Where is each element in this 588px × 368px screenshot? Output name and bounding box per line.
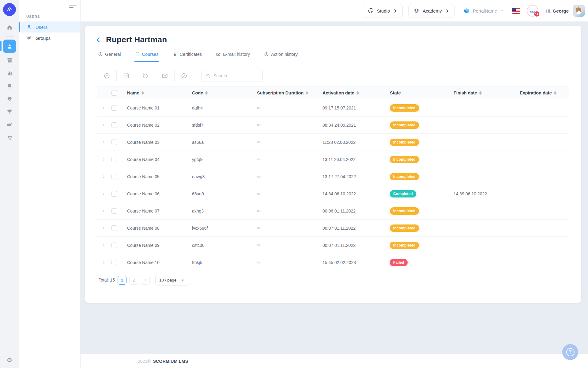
sidebar-item-users[interactable]: Users [19, 21, 80, 33]
course-code-cell: ivcx586f [189, 226, 254, 231]
row-checkbox[interactable] [111, 157, 117, 162]
column-header[interactable]: Code [189, 90, 254, 95]
send-email-icon[interactable] [155, 69, 174, 82]
state-cell: Incompleted [386, 139, 450, 146]
state-cell: Incompleted [386, 156, 450, 163]
reports-chart-icon[interactable] [3, 67, 16, 79]
chat-icon[interactable]: 14 [527, 5, 538, 17]
subscription-duration-cell: ∞ [254, 225, 319, 231]
activation-date-cell: 13:17 27.04.2022 [319, 174, 386, 179]
sort-arrows-icon[interactable] [554, 91, 556, 95]
sort-arrows-icon[interactable] [205, 91, 208, 95]
state-cell: Incompleted [386, 207, 450, 215]
activation-date-cell: 08:34 24.09.2021 [319, 123, 386, 128]
page-button-1[interactable]: 1 [118, 276, 126, 285]
shop-cart-icon[interactable] [3, 131, 16, 144]
subscription-duration-cell: ∞ [254, 174, 319, 180]
row-checkbox[interactable] [111, 243, 117, 248]
row-checkbox[interactable] [111, 191, 117, 197]
certificates-card-icon[interactable] [3, 118, 16, 131]
expand-row-icon[interactable] [97, 140, 110, 144]
mark-complete-icon[interactable] [175, 69, 194, 82]
expand-row-icon[interactable] [97, 243, 110, 247]
page-size-select[interactable]: 10 / page [155, 275, 189, 286]
state-cell: Completed [386, 190, 450, 197]
tab-general[interactable]: General [97, 49, 122, 62]
sort-arrows-icon[interactable] [141, 91, 144, 95]
achievements-trophy-icon[interactable] [3, 105, 16, 118]
calendar-icon-button[interactable] [117, 69, 136, 82]
row-checkbox[interactable] [111, 140, 117, 145]
expand-row-icon[interactable] [97, 192, 110, 196]
help-button[interactable]: ? [562, 344, 578, 360]
search-icon [205, 73, 211, 79]
column-header[interactable]: Finish date [450, 90, 516, 95]
sidebar-item-label: Users [36, 25, 47, 30]
status-badge: Incompleted [390, 156, 419, 163]
course-code-cell: dgfh4 [189, 105, 254, 110]
rail-divider [5, 36, 14, 36]
course-code-cell: cstc06 [189, 243, 254, 248]
expand-row-icon[interactable] [97, 123, 110, 127]
sort-arrows-icon[interactable] [306, 91, 308, 95]
course-code-cell: oawg3 [189, 174, 254, 179]
tab-certificates[interactable]: Certificates [172, 49, 203, 62]
sidebar-item-groups[interactable]: Groups [19, 33, 80, 44]
row-checkbox[interactable] [111, 260, 117, 265]
hamburger-menu-icon[interactable] [69, 4, 77, 8]
sort-arrows-icon[interactable] [356, 91, 359, 95]
next-page-button[interactable] [141, 276, 150, 285]
search-input[interactable] [213, 73, 259, 78]
column-header[interactable]: Subscription Duration [254, 90, 319, 95]
users-section-icon[interactable] [3, 40, 16, 53]
expand-row-icon[interactable] [97, 226, 110, 230]
calendar-icon [135, 52, 140, 57]
table-body: Course Name 01dgfh4∞09:17 15.07.2021Inco… [97, 99, 569, 271]
avatar[interactable] [573, 5, 585, 17]
tab-courses[interactable]: Courses [134, 49, 159, 62]
reset-attempts-icon[interactable] [136, 69, 155, 82]
portal-selector[interactable]: PortalName [463, 7, 504, 14]
select-all-checkbox[interactable] [111, 90, 117, 96]
subscription-duration-cell: ∞ [254, 156, 319, 163]
row-checkbox[interactable] [111, 208, 117, 214]
column-header[interactable]: Expiration date [516, 90, 569, 95]
deactivate-icon[interactable] [97, 69, 116, 82]
question-mark-icon: ? [566, 348, 575, 356]
language-flag-icon[interactable] [512, 8, 520, 14]
activation-date-cell: 15:45 02.02.2023 [319, 260, 386, 265]
row-checkbox[interactable] [111, 122, 117, 128]
app-logo-icon[interactable] [3, 3, 16, 16]
sort-arrows-icon[interactable] [479, 91, 482, 95]
column-header[interactable]: Activation date [319, 90, 386, 95]
chevron-right-icon [445, 9, 450, 13]
courses-table: NameCodeSubscription DurationActivation … [85, 86, 581, 289]
row-checkbox[interactable] [111, 174, 117, 179]
tab-action-history[interactable]: Action history [263, 49, 298, 62]
academy-cap-icon[interactable] [3, 93, 16, 105]
notifications-bell-icon[interactable] [3, 80, 16, 92]
row-checkbox[interactable] [111, 105, 117, 111]
expand-row-icon[interactable] [97, 209, 110, 213]
studio-button[interactable]: Studio [363, 4, 403, 17]
expand-row-icon[interactable] [97, 106, 110, 110]
history-clock-icon [264, 52, 269, 57]
expand-row-icon[interactable] [97, 174, 110, 179]
back-button[interactable] [95, 36, 102, 43]
home-icon[interactable] [3, 21, 16, 33]
table-row: Course Name 03as56a∞11:28 02.03.2022Inco… [97, 134, 569, 151]
finish-date-cell: 14:39 06.10.2022 [450, 191, 516, 196]
content-archive-icon[interactable] [3, 54, 16, 66]
page-button-2[interactable]: 2 [129, 276, 138, 285]
table-row: Course Name 05oawg3∞13:17 27.04.2022Inco… [97, 168, 569, 185]
subscription-duration-cell: ∞ [254, 191, 319, 197]
settings-gear-icon[interactable]: ⚙ [7, 356, 12, 364]
column-header[interactable]: Name [124, 90, 189, 95]
state-cell: Incompleted [386, 121, 450, 129]
expand-row-icon[interactable] [97, 157, 110, 162]
row-checkbox[interactable] [111, 225, 117, 231]
tab-email-history[interactable]: E-mail history [215, 49, 251, 62]
expand-row-icon[interactable] [97, 260, 110, 265]
academy-button[interactable]: Academy [408, 4, 455, 17]
status-badge: Incompleted [390, 173, 419, 180]
